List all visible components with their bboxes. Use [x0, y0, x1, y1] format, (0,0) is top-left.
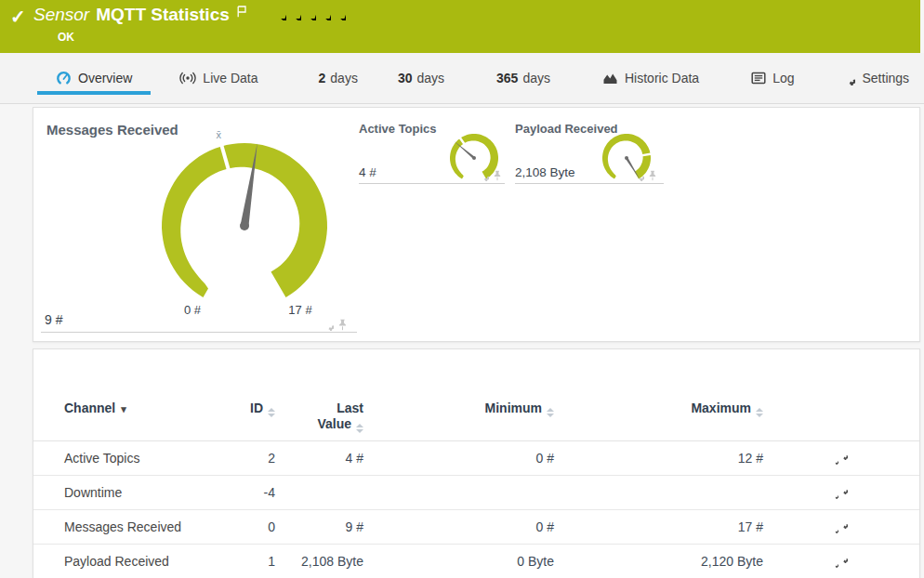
channel-id: 0 [215, 510, 280, 545]
gauge-current-value: 4 # [359, 165, 376, 179]
channels-card: Channel▾ ID Last Value Minimum Maximum [33, 348, 920, 578]
sort-icon [756, 408, 763, 417]
star-icon [332, 7, 346, 20]
priority-stars[interactable] [272, 7, 347, 24]
tab-bar: Overview Live Data 2 days 30 days 365 da… [0, 53, 924, 104]
gauge-max-label: 17 # [272, 303, 328, 317]
tab-2-days[interactable]: 2 days [300, 53, 376, 104]
tab-label: Live Data [203, 71, 257, 85]
column-header-channel[interactable]: Channel▾ [33, 349, 215, 441]
column-header-last-value[interactable]: Last Value [280, 349, 368, 441]
pin-icon[interactable] [648, 170, 657, 181]
star-icon [302, 7, 316, 20]
flag-icon[interactable] [237, 5, 247, 21]
gear-icon[interactable] [633, 170, 644, 181]
table-row: Payload Received 1 2,108 Byte 0 Byte 2,1… [33, 545, 919, 578]
channels-table: Channel▾ ID Last Value Minimum Maximum [33, 349, 919, 578]
channel-settings-gears-icon[interactable] [831, 519, 848, 533]
tab-number: 30 [398, 71, 413, 85]
tab-label: days [330, 71, 358, 85]
prtg-sensor-page: ✓ SensorMQTT Statistics OK O [0, 0, 924, 578]
star-icon [287, 7, 301, 20]
channel-last-value: 2,108 Byte [280, 545, 368, 578]
gauge-icon [56, 71, 72, 85]
tab-365-days[interactable]: 365 days [478, 53, 569, 104]
divider [41, 332, 357, 333]
channel-name: Active Topics [33, 441, 215, 476]
channel-settings-gears-icon[interactable] [831, 484, 848, 499]
svg-text:x̄: x̄ [217, 129, 222, 140]
tab-historic-data[interactable]: Historic Data [584, 53, 718, 104]
sensor-type-label: Sensor [33, 5, 89, 24]
star-icon [317, 7, 331, 20]
star-icon [272, 7, 286, 20]
table-row: Messages Received 0 9 # 0 # 17 # [33, 510, 919, 545]
pin-icon[interactable] [493, 170, 502, 181]
channel-last-value [280, 476, 368, 510]
tab-label: Overview [78, 71, 132, 85]
sensor-header: ✓ SensorMQTT Statistics OK [0, 0, 920, 53]
live-data-icon [179, 71, 196, 85]
log-icon [751, 72, 766, 85]
channel-name: Downtime [33, 476, 215, 510]
sort-icon [268, 408, 275, 417]
historic-data-icon [602, 72, 618, 85]
tab-number: 2 [319, 71, 326, 85]
tab-number: 365 [496, 71, 518, 85]
table-header-row: Channel▾ ID Last Value Minimum Maximum [33, 349, 919, 441]
messages-received-gauge: x̄ [122, 127, 367, 324]
tab-label: Settings [862, 71, 909, 85]
divider [359, 183, 505, 184]
table-row: Downtime -4 [33, 476, 919, 510]
tab-overview[interactable]: Overview [37, 53, 151, 104]
channel-minimum [368, 476, 559, 510]
column-header-maximum[interactable]: Maximum [559, 349, 768, 441]
gauge-corner-icons [322, 319, 348, 331]
channel-id: -4 [215, 476, 280, 510]
channel-maximum: 12 # [559, 441, 768, 476]
sort-icon [547, 408, 554, 417]
channel-maximum [559, 476, 768, 510]
tab-live-data[interactable]: Live Data [161, 53, 276, 104]
channel-maximum: 17 # [559, 510, 768, 545]
gauge-title-active-topics: Active Topics [359, 122, 437, 136]
divider [515, 183, 664, 184]
channel-name: Payload Received [33, 545, 215, 578]
tab-label: days [522, 71, 550, 85]
pin-icon[interactable] [337, 319, 348, 331]
channel-settings-gears-icon[interactable] [831, 553, 848, 568]
column-header-minimum[interactable]: Minimum [368, 349, 559, 441]
channel-minimum: 0 # [368, 441, 559, 476]
tab-label: days [416, 71, 444, 85]
channel-last-value: 4 # [280, 441, 368, 476]
status-check-icon: ✓ [10, 6, 26, 28]
gauge-min-label: 0 # [165, 303, 220, 317]
channel-settings-gears-icon[interactable] [831, 450, 848, 465]
channel-minimum: 0 # [368, 510, 559, 545]
sensor-status-badge: OK [58, 31, 74, 44]
gauge-current-value: 2,108 Byte [515, 165, 575, 179]
channel-id: 2 [215, 441, 280, 476]
channel-last-value: 9 # [280, 510, 368, 545]
settings-gear-icon [841, 72, 855, 85]
table-row: Active Topics 2 4 # 0 # 12 # [33, 441, 919, 476]
column-header-edit [768, 349, 919, 441]
tab-log[interactable]: Log [733, 53, 812, 104]
sort-icon [356, 424, 363, 433]
gauge-current-value: 9 # [45, 312, 62, 327]
tab-label: Historic Data [625, 71, 699, 85]
gauge-corner-icons [633, 170, 657, 181]
sort-caret-down-icon: ▾ [121, 403, 126, 415]
tab-label: Log [772, 71, 794, 85]
page-title: MQTT Statistics [96, 5, 230, 24]
channel-name: Messages Received [33, 510, 215, 545]
gauge-corner-icons [478, 170, 502, 181]
column-header-id[interactable]: ID [215, 349, 280, 441]
tab-settings[interactable]: Settings [823, 53, 924, 104]
gauges-card: Messages Received x̄ 0 # 17 # 9 # Active… [33, 107, 920, 342]
gear-icon[interactable] [478, 170, 489, 181]
channel-minimum: 0 Byte [368, 545, 559, 578]
gear-icon[interactable] [322, 319, 334, 331]
tab-30-days[interactable]: 30 days [379, 53, 463, 104]
channel-id: 1 [215, 545, 280, 578]
